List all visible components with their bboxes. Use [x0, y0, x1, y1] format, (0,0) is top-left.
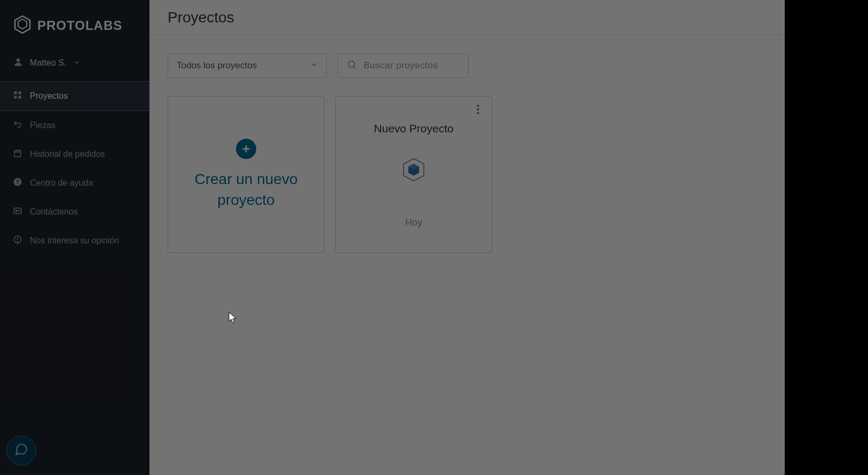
project-cards: Crear un nuevo proyecto Nuevo Proyecto	[168, 96, 850, 253]
svg-rect-7	[14, 151, 21, 157]
svg-line-21	[354, 66, 356, 68]
svg-point-25	[477, 108, 479, 110]
sidebar-nav: Proyectos Piezas Historial de pedidos ? …	[0, 81, 149, 255]
svg-point-19	[17, 241, 18, 242]
sidebar-item-ayuda[interactable]: ? Centro de ayuda	[0, 169, 149, 197]
sidebar: PROTOLABS Matteo S. Proyectos P	[0, 0, 149, 475]
main-content: Proyectos Todos los proyectos	[149, 0, 868, 475]
search-box[interactable]	[337, 53, 469, 78]
chevron-down-icon	[310, 60, 318, 71]
svg-point-24	[477, 105, 479, 107]
more-vertical-icon	[477, 104, 479, 117]
project-title: Nuevo Proyecto	[374, 122, 453, 135]
svg-point-26	[477, 112, 479, 114]
svg-point-2	[17, 58, 20, 62]
sidebar-item-proyectos[interactable]: Proyectos	[0, 81, 149, 111]
page-title: Proyectos	[168, 9, 234, 26]
user-display-name: Matteo S.	[30, 58, 66, 68]
filter-selected-label: Todos los proyectos	[177, 60, 257, 71]
chevron-down-icon	[74, 58, 80, 68]
sidebar-item-label: Proyectos	[30, 91, 68, 101]
svg-rect-6	[19, 96, 21, 99]
search-input[interactable]	[364, 60, 460, 71]
sidebar-item-label: Piezas	[30, 121, 56, 130]
sidebar-item-label: Historial de pedidos	[30, 149, 105, 159]
sidebar-item-historial[interactable]: Historial de pedidos	[0, 140, 149, 169]
app-root: PROTOLABS Matteo S. Proyectos P	[0, 0, 868, 475]
svg-marker-1	[18, 19, 27, 29]
brand-logo[interactable]: PROTOLABS	[0, 10, 149, 49]
page-header: Proyectos	[149, 0, 868, 35]
history-icon	[13, 148, 22, 160]
svg-rect-3	[14, 91, 17, 94]
sidebar-item-label: Nos interesa su opinión	[30, 236, 119, 246]
svg-point-14	[15, 210, 17, 212]
search-icon	[346, 59, 357, 73]
svg-point-20	[348, 61, 354, 67]
filter-dropdown[interactable]: Todos los proyectos	[168, 53, 327, 78]
svg-rect-4	[19, 91, 21, 94]
content-area: Todos los proyectos Cre	[149, 35, 868, 271]
project-card-menu[interactable]	[470, 103, 485, 118]
project-thumbnail	[400, 156, 427, 183]
add-icon	[236, 139, 256, 159]
chat-fab[interactable]	[6, 436, 36, 465]
project-date: Hoy	[405, 217, 422, 228]
create-project-label: Crear un nuevo proyecto	[168, 169, 324, 210]
help-icon: ?	[13, 177, 22, 189]
sidebar-item-piezas[interactable]: Piezas	[0, 111, 149, 140]
grid-icon	[13, 90, 22, 102]
svg-rect-5	[14, 96, 17, 99]
contact-icon	[13, 206, 22, 218]
sidebar-item-feedback[interactable]: Nos interesa su opinión	[0, 226, 149, 255]
sidebar-item-label: Contáctenos	[30, 207, 78, 217]
user-menu[interactable]: Matteo S.	[0, 49, 149, 77]
svg-text:?: ?	[16, 179, 19, 185]
create-project-card[interactable]: Crear un nuevo proyecto	[168, 96, 325, 253]
sidebar-item-contactenos[interactable]: Contáctenos	[0, 197, 149, 226]
svg-marker-0	[15, 16, 30, 33]
user-avatar-icon	[13, 57, 23, 69]
sidebar-item-label: Centro de ayuda	[30, 178, 93, 188]
project-card[interactable]: Nuevo Proyecto Hoy	[335, 96, 492, 253]
window-dead-area	[785, 0, 868, 475]
brand-name: PROTOLABS	[37, 18, 122, 33]
protolabs-icon	[13, 15, 32, 36]
undo-icon	[13, 120, 22, 131]
chat-icon	[14, 442, 28, 458]
controls-row: Todos los proyectos	[168, 53, 850, 78]
feedback-icon	[13, 235, 22, 247]
